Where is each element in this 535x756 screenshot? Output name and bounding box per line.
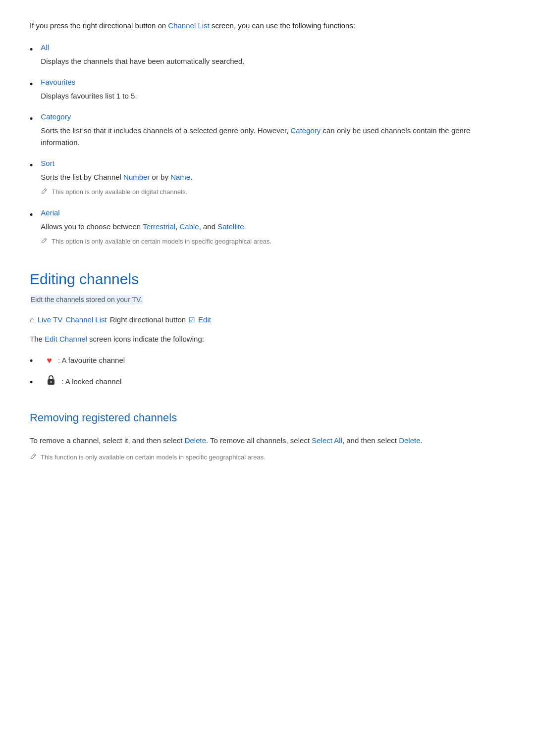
sort-note-text: This option is only available on digital… <box>52 187 187 198</box>
list-item-all: • All Displays the channels that have be… <box>30 42 505 67</box>
favourite-channel-desc: : A favourite channel <box>58 354 125 366</box>
category-inline-link[interactable]: Category <box>290 126 321 135</box>
favourites-link[interactable]: Favourites <box>41 76 137 88</box>
bullet-dot: • <box>30 77 33 92</box>
edit-nav[interactable]: Edit <box>198 314 211 326</box>
bullet-dot: • <box>30 158 33 173</box>
bullet-dot: • <box>30 43 33 57</box>
cable-link[interactable]: Cable <box>179 222 199 231</box>
features-list: • All Displays the channels that have be… <box>30 42 505 248</box>
removing-section: Removing registered channels To remove a… <box>30 409 505 463</box>
edit-channel-link[interactable]: Edit Channel <box>45 335 87 343</box>
bullet-content-sort: Sort Sorts the list by Channel Number or… <box>41 157 192 198</box>
category-desc: Sorts the list so that it includes chann… <box>41 125 505 149</box>
favourite-channel-item: • ♥ : A favourite channel <box>30 353 505 368</box>
screen-desc-after: screen icons indicate the following: <box>87 335 204 343</box>
pencil-icon <box>41 237 48 248</box>
terrestrial-link[interactable]: Terrestrial <box>143 222 175 231</box>
nav-breadcrumb: ⌂ Live TV Channel List Right directional… <box>30 313 505 326</box>
category-link[interactable]: Category <box>41 111 505 123</box>
removing-desc: To remove a channel, select it, and then… <box>30 435 505 447</box>
bullet-content-category: Category Sorts the list so that it inclu… <box>41 111 505 149</box>
removing-note-block: This function is only available on certa… <box>30 453 505 463</box>
lock-icon <box>47 375 55 389</box>
edit-checkbox-icon: ☑ <box>189 314 195 325</box>
bullet-content-all: All Displays the channels that have been… <box>41 42 244 67</box>
name-link[interactable]: Name <box>170 173 190 181</box>
favourites-desc: Displays favourites list 1 to 5. <box>41 90 137 102</box>
list-item-favourites: • Favourites Displays favourites list 1 … <box>30 76 505 102</box>
intro-text-after: screen, you can use the following functi… <box>210 21 355 30</box>
delete-link-2[interactable]: Delete <box>399 436 420 445</box>
locked-channel-item: • : A locked channel <box>30 374 505 390</box>
live-tv-nav[interactable]: Live TV <box>38 314 63 326</box>
number-link[interactable]: Number <box>123 173 150 181</box>
home-icon: ⌂ <box>30 313 35 326</box>
locked-channel-desc: : A locked channel <box>61 376 121 388</box>
aerial-link[interactable]: Aerial <box>41 207 271 219</box>
heart-icon: ♥ <box>47 353 52 368</box>
delete-link-1[interactable]: Delete <box>185 436 206 445</box>
all-link[interactable]: All <box>41 42 244 53</box>
aerial-note-block: This option is only available on certain… <box>41 237 271 248</box>
bullet-content-favourites: Favourites Displays favourites list 1 to… <box>41 76 137 102</box>
channel-list-link[interactable]: Channel List <box>168 21 209 30</box>
pencil-icon <box>41 188 48 198</box>
bullet-content-aerial: Aerial Allows you to choose between Terr… <box>41 207 271 248</box>
list-item-sort: • Sort Sorts the list by Channel Number … <box>30 157 505 198</box>
editing-channels-title: Editing channels <box>30 267 505 291</box>
list-item-category: • Category Sorts the list so that it inc… <box>30 111 505 149</box>
satellite-link[interactable]: Satellite <box>217 222 244 231</box>
select-all-link[interactable]: Select All <box>312 436 342 445</box>
aerial-desc: Allows you to choose between Terrestrial… <box>41 221 271 233</box>
bullet-dot: • <box>30 112 33 126</box>
aerial-note-text: This option is only available on certain… <box>52 237 271 247</box>
sort-link[interactable]: Sort <box>41 157 192 169</box>
intro-text-before: If you press the right directional butto… <box>30 21 168 30</box>
sort-desc: Sorts the list by Channel Number or by N… <box>41 171 192 183</box>
bullet-dot: • <box>30 354 33 368</box>
edit-screen-desc: The Edit Channel screen icons indicate t… <box>30 333 505 345</box>
bullet-dot: • <box>30 208 33 222</box>
editing-channels-subtitle: Eidt the channels stored on your TV. <box>30 295 143 304</box>
svg-point-1 <box>51 381 52 383</box>
all-desc: Displays the channels that have been aut… <box>41 55 244 67</box>
sort-note-block: This option is only available on digital… <box>41 187 192 198</box>
screen-desc-before: The <box>30 335 45 343</box>
nav-separator-text: Right directional button <box>110 314 186 326</box>
list-item-aerial: • Aerial Allows you to choose between Te… <box>30 207 505 248</box>
editing-channels-section: Editing channels Eidt the channels store… <box>30 267 505 306</box>
channel-icons-list: • ♥ : A favourite channel • : A locked c… <box>30 353 505 390</box>
pencil-icon <box>30 453 37 463</box>
removing-title: Removing registered channels <box>30 409 505 426</box>
intro-paragraph: If you press the right directional butto… <box>30 20 505 32</box>
removing-note-text: This function is only available on certa… <box>41 453 266 463</box>
channel-list-nav[interactable]: Channel List <box>65 314 107 326</box>
bullet-dot: • <box>30 375 33 390</box>
